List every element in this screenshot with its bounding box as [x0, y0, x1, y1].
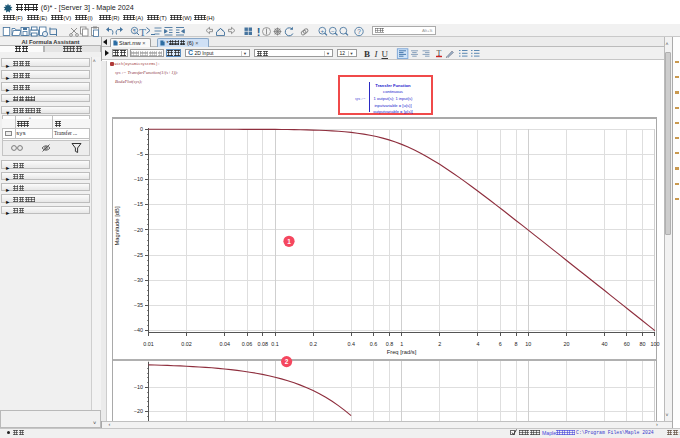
svg-text:40: 40	[602, 341, 608, 347]
svg-text:¶: ¶	[133, 28, 136, 34]
svg-text:0.02: 0.02	[181, 341, 192, 347]
svg-text:0.08: 0.08	[258, 341, 269, 347]
svg-text:−20: −20	[134, 408, 143, 414]
svg-text:6: 6	[499, 341, 502, 347]
svg-text:0.4: 0.4	[348, 341, 356, 347]
svg-text:!: !	[257, 26, 261, 38]
svg-text:80: 80	[640, 341, 646, 347]
svg-text:−20: −20	[134, 227, 143, 233]
svg-text:−30: −30	[134, 277, 143, 283]
svg-text:T: T	[139, 26, 146, 38]
svg-text:?: ?	[357, 28, 361, 35]
svg-text:−: −	[331, 28, 335, 34]
svg-text:20: 20	[563, 341, 569, 347]
svg-text:0.8: 0.8	[386, 341, 394, 347]
svg-text:0: 0	[140, 126, 143, 132]
svg-text:2: 2	[438, 341, 441, 347]
svg-text:1: 1	[287, 238, 291, 245]
svg-text:Freq [rad/s]: Freq [rad/s]	[387, 349, 417, 355]
svg-text:1: 1	[400, 341, 403, 347]
svg-text:0.04: 0.04	[219, 341, 230, 347]
svg-text:0.2: 0.2	[309, 341, 317, 347]
svg-text:−10: −10	[134, 384, 143, 390]
svg-text:−15: −15	[134, 201, 143, 207]
svg-text:0.6: 0.6	[370, 341, 378, 347]
svg-text:4: 4	[476, 341, 479, 347]
svg-text:0.1: 0.1	[271, 341, 279, 347]
svg-text:−25: −25	[134, 252, 143, 258]
svg-text:10: 10	[525, 341, 531, 347]
svg-text:0.06: 0.06	[242, 341, 253, 347]
svg-text:−5: −5	[137, 151, 143, 157]
svg-text:0.01: 0.01	[143, 341, 154, 347]
svg-text:2: 2	[285, 358, 289, 365]
svg-text:−40: −40	[134, 327, 143, 333]
svg-text:−10: −10	[134, 176, 143, 182]
svg-text:Magnitude [dB]: Magnitude [dB]	[114, 206, 120, 245]
svg-text:100: 100	[650, 341, 659, 347]
svg-text:60: 60	[624, 341, 630, 347]
svg-text:+: +	[321, 28, 325, 34]
svg-text:−35: −35	[134, 302, 143, 308]
svg-text:8: 8	[515, 341, 518, 347]
